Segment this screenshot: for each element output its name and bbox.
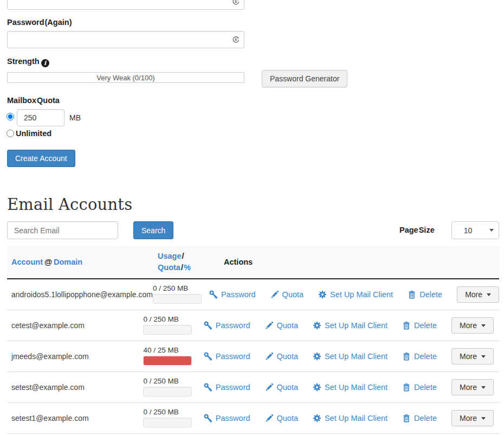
gear-icon	[313, 352, 321, 361]
trash-icon	[402, 352, 411, 361]
quota-unlimited-radio[interactable]	[7, 130, 14, 137]
password-generator-button[interactable]: Password Generator	[262, 70, 347, 87]
trash-icon	[408, 290, 416, 299]
mail-client-link[interactable]: Set Up Mail Client	[313, 383, 387, 392]
header-account-domain: Account @ Domain	[7, 258, 158, 266]
key-icon	[204, 352, 212, 361]
table-body: androidos5.1lollipopphone@example.com 0 …	[7, 279, 499, 434]
sort-percent-link[interactable]: %	[184, 263, 191, 272]
password-link[interactable]: Password	[204, 352, 250, 361]
more-button[interactable]: More	[451, 348, 494, 364]
strength-label: Strengthi	[7, 57, 49, 67]
mail-client-link[interactable]: Set Up Mail Client	[313, 352, 387, 361]
password-link[interactable]: Password	[204, 414, 250, 423]
usage-text: 0 / 250 MB	[143, 408, 196, 416]
generate-password-icon[interactable]	[231, 35, 240, 44]
key-icon	[204, 414, 212, 423]
password-again-input[interactable]	[7, 31, 244, 48]
pencil-icon	[270, 290, 279, 299]
mail-client-link[interactable]: Set Up Mail Client	[313, 321, 387, 330]
delete-link[interactable]: Delete	[402, 414, 437, 423]
usage-progress-fill	[144, 356, 191, 365]
actions-cell: Password Quota Set Up Mail Client Delete…	[196, 348, 499, 364]
password-link[interactable]: Password	[204, 321, 250, 330]
key-icon	[209, 290, 218, 299]
table-row: setest@example.com 0 / 250 MB Password Q…	[7, 372, 499, 403]
sort-account-link[interactable]: Account	[11, 258, 43, 266]
password-link[interactable]: Password	[204, 383, 250, 392]
usage-text: 0 / 250 MB	[143, 315, 196, 323]
header-actions: Actions	[216, 258, 499, 266]
password-again-label: Password (Again)	[7, 18, 72, 27]
more-button[interactable]: More	[451, 317, 494, 334]
usage-cell: 0 / 250 MB	[153, 279, 202, 304]
gear-icon	[318, 290, 327, 299]
more-button[interactable]: More	[457, 286, 499, 303]
password-input[interactable]	[7, 0, 244, 10]
usage-progress-bar	[143, 356, 192, 366]
page-size-select[interactable]: 10	[451, 221, 499, 239]
trash-icon	[402, 321, 411, 330]
table-row: cetest@example.com 0 / 250 MB Password Q…	[7, 310, 499, 341]
info-icon[interactable]: i	[41, 59, 49, 67]
caret-down-icon	[487, 293, 491, 296]
table-row: androidos5.1lollipopphone@example.com 0 …	[7, 279, 499, 310]
quota-value-input[interactable]	[17, 109, 64, 126]
header-usage-quota: Usage / Quota / %	[158, 251, 216, 273]
delete-link[interactable]: Delete	[408, 290, 442, 299]
more-button[interactable]: More	[451, 410, 494, 426]
usage-cell: 40 / 25 MB	[143, 341, 196, 366]
pencil-icon	[265, 414, 274, 423]
pencil-icon	[265, 383, 274, 392]
actions-cell: Password Quota Set Up Mail Client Delete…	[196, 317, 499, 334]
caret-down-icon	[481, 324, 486, 327]
pencil-icon	[265, 352, 274, 361]
email-address: setest@example.com	[7, 383, 143, 392]
quota-link[interactable]: Quota	[265, 383, 299, 392]
actions-cell: Password Quota Set Up Mail Client Delete…	[196, 379, 499, 395]
delete-link[interactable]: Delete	[402, 321, 437, 330]
password-link[interactable]: Password	[209, 290, 256, 299]
delete-link[interactable]: Delete	[402, 383, 437, 392]
page-size-label: Page Size	[399, 226, 435, 234]
actions-cell: Password Quota Set Up Mail Client Delete…	[202, 286, 504, 303]
quota-fixed-radio[interactable]	[7, 113, 14, 120]
pencil-icon	[265, 321, 274, 330]
unlimited-label: Unlimited	[16, 129, 51, 138]
usage-progress-bar	[143, 325, 192, 335]
usage-progress-bar	[143, 387, 192, 396]
strength-value: Very Weak (0/100)	[96, 74, 154, 82]
email-address: jmeeds@example.com	[7, 352, 143, 361]
gear-icon	[313, 321, 321, 330]
mail-client-link[interactable]: Set Up Mail Client	[313, 414, 387, 423]
quota-link[interactable]: Quota	[265, 321, 299, 330]
quota-link[interactable]: Quota	[265, 352, 299, 361]
page-title: Email Accounts	[7, 195, 132, 214]
mail-client-link[interactable]: Set Up Mail Client	[318, 290, 393, 299]
trash-icon	[402, 383, 411, 392]
email-address: cetest@example.com	[7, 321, 143, 330]
strength-meter: Very Weak (0/100)	[7, 72, 244, 83]
sort-domain-link[interactable]: Domain	[54, 258, 82, 266]
actions-cell: Password Quota Set Up Mail Client Delete…	[196, 410, 499, 426]
trash-icon	[402, 414, 411, 423]
key-icon	[204, 383, 212, 392]
email-address: setest1@example.com	[7, 414, 143, 423]
usage-cell: 0 / 250 MB	[143, 372, 196, 396]
quota-link[interactable]: Quota	[270, 290, 304, 299]
search-button[interactable]: Search	[133, 221, 173, 239]
mailbox-quota-label: Mailbox Quota	[7, 96, 60, 105]
usage-progress-bar	[143, 418, 192, 427]
more-button[interactable]: More	[451, 379, 494, 395]
generate-password-icon[interactable]	[231, 0, 240, 6]
delete-link[interactable]: Delete	[402, 352, 437, 361]
caret-down-icon	[489, 229, 494, 232]
quota-link[interactable]: Quota	[265, 414, 299, 423]
email-accounts-table: Account @ Domain Usage / Quota / % Actio…	[7, 246, 499, 434]
sort-usage-link[interactable]: Usage	[158, 252, 182, 260]
create-account-button[interactable]: Create Account	[7, 150, 75, 167]
table-row: jmeeds@example.com 40 / 25 MB Password Q…	[7, 341, 499, 372]
search-input[interactable]	[7, 221, 118, 239]
caret-down-icon	[481, 417, 486, 420]
sort-quota-link[interactable]: Quota	[158, 263, 180, 272]
